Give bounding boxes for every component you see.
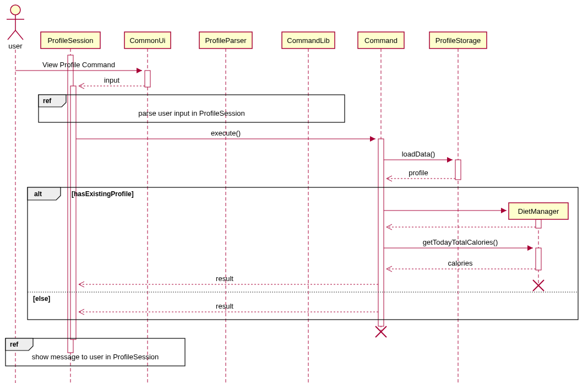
fragment-ref-parse: ref parse user input in ProfileSession [39, 95, 345, 122]
msg-execute-label: execute() [211, 129, 241, 137]
svg-line-3 [8, 30, 15, 40]
participant-commandlib: CommandLib [282, 32, 335, 48]
fragment-ref-showmessage: ref show message to user in ProfileSessi… [6, 338, 185, 366]
svg-text:[else]: [else] [33, 295, 50, 303]
destroy-command [375, 326, 386, 337]
svg-text:DietManager: DietManager [518, 207, 559, 215]
svg-text:ref: ref [10, 341, 19, 348]
activation-profilesession-nested [70, 86, 76, 339]
svg-text:ProfileStorage: ProfileStorage [435, 36, 481, 45]
svg-line-4 [15, 30, 23, 40]
msg-loaddata-label: loadData() [402, 150, 435, 158]
svg-text:CommonUi: CommonUi [129, 36, 165, 45]
msg-input-label: input [104, 76, 120, 84]
svg-marker-31 [527, 245, 533, 251]
activation-command [378, 139, 384, 326]
participant-dietmanager: DietManager [509, 203, 568, 219]
activation-dietmanager-2 [536, 248, 541, 270]
svg-marker-28 [501, 208, 507, 213]
svg-text:CommandLib: CommandLib [287, 36, 329, 45]
actor-user: user [7, 5, 24, 50]
participant-profilesession: ProfileSession [41, 32, 100, 48]
actor-label: user [8, 42, 23, 50]
svg-text:ref: ref [43, 97, 52, 105]
participant-commonui: CommonUi [124, 32, 171, 48]
msg-gettodaytotalcalories-label: getTodayTotalCalories() [423, 238, 498, 246]
svg-marker-21 [370, 136, 375, 142]
participant-profileparser: ProfileParser [199, 32, 252, 48]
svg-text:alt: alt [34, 190, 42, 198]
msg-view-profile-command-label: View Profile Command [42, 61, 115, 69]
svg-rect-23 [28, 187, 578, 320]
svg-marker-22 [447, 157, 453, 163]
msg-calories-label: calories [448, 259, 473, 267]
svg-text:show message to user in Profil: show message to user in ProfileSession [32, 353, 159, 361]
svg-text:parse user input in ProfileSes: parse user input in ProfileSession [138, 109, 245, 117]
activation-profilestorage [455, 160, 461, 180]
fragment-alt: alt [hasExistingProfile] [else] [28, 187, 578, 320]
msg-result-1-label: result [216, 274, 233, 283]
svg-text:[hasExistingProfile]: [hasExistingProfile] [72, 190, 134, 198]
msg-result-2-label: result [216, 302, 233, 310]
participant-command: Command [358, 32, 404, 48]
svg-text:Command: Command [364, 36, 398, 45]
svg-text:ProfileSession: ProfileSession [47, 36, 93, 45]
activation-commonui [145, 71, 150, 87]
svg-text:ProfileParser: ProfileParser [205, 36, 247, 45]
svg-point-0 [10, 5, 20, 15]
msg-profile-label: profile [409, 169, 428, 177]
participant-profilestorage: ProfileStorage [429, 32, 487, 48]
svg-marker-17 [137, 68, 142, 73]
activation-dietmanager-1 [536, 219, 541, 228]
svg-rect-18 [39, 95, 345, 122]
